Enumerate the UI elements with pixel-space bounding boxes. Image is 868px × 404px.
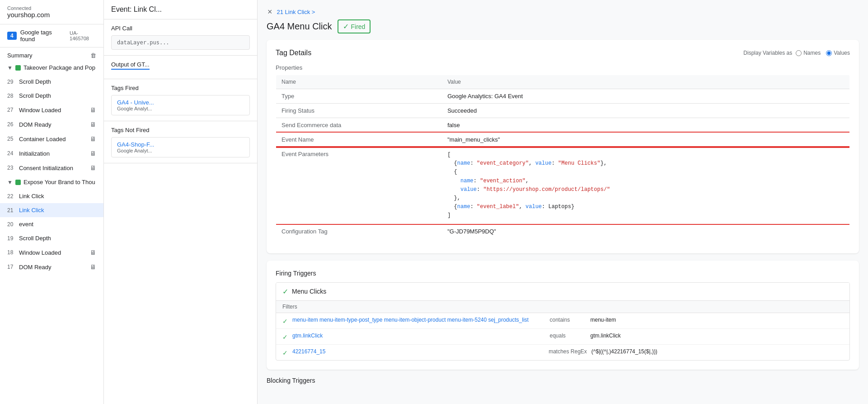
summary-header: Summary 🗑 [0, 48, 103, 61]
section-color-indicator [15, 65, 21, 71]
close-button[interactable]: × [267, 6, 273, 18]
breadcrumb: 21 Link Click > [277, 9, 315, 15]
col-value-header: Value [442, 75, 849, 89]
sidebar-item-29[interactable]: 29 Scroll Depth [0, 75, 103, 89]
tag-item-ga4-unive[interactable]: GA4 - Unive... Google Analyt... [111, 95, 250, 115]
sidebar-item-28[interactable]: 28 Scroll Depth [0, 89, 103, 103]
radio-group: Names Values [796, 50, 850, 56]
tag-type: Google Analyt... [117, 148, 244, 153]
detail-close-bar: × 21 Link Click > [258, 0, 868, 19]
sidebar-item-18[interactable]: 18 Window Loaded 🖥 [0, 245, 103, 260]
trigger-check-icon: ✓ [282, 287, 288, 296]
item-num: 23 [7, 165, 16, 171]
prop-name-config-tag: Configuration Tag [276, 224, 442, 238]
monitor-icon: 🖥 [90, 164, 96, 171]
sidebar-item-23[interactable]: 23 Consent Initialization 🖥 [0, 161, 103, 175]
col-name-header: Name [276, 75, 442, 89]
fired-label: Fired [351, 23, 366, 30]
filter-value-1: menu-item menu-item-type-post_type menu-… [292, 317, 545, 323]
sidebar-item-24[interactable]: 24 Initialization 🖥 [0, 146, 103, 161]
section-color-indicator [15, 180, 21, 185]
item-num: 19 [7, 235, 16, 242]
section-takeover[interactable]: ▼ Takeover Package and Pop [0, 61, 103, 75]
item-label: DOM Ready [19, 121, 87, 128]
table-row-config-tag: Configuration Tag "G-JD79M5P9DQ" [276, 224, 850, 238]
output-section: Output of GT... [104, 56, 257, 79]
api-call-value: dataLayer.pus... [111, 35, 250, 50]
table-row-firing: Firing Status Succeeded [276, 104, 850, 118]
values-radio[interactable] [826, 50, 832, 56]
filter-operator-3: matches RegEx [549, 348, 587, 355]
blocking-triggers-title: Blocking Triggers [258, 377, 868, 384]
tags-found-bar: 4 Google tags found UA-1465708 [0, 24, 103, 48]
filter-row-3: ✓ 42216774_15 matches RegEx (^$|((^|,)42… [276, 345, 849, 360]
sidebar-item-21[interactable]: 21 Link Click [0, 203, 103, 217]
item-num: 27 [7, 107, 16, 113]
tags-not-fired-label: Tags Not Fired [111, 127, 250, 133]
summary-label: Summary [7, 52, 33, 59]
item-num: 24 [7, 150, 16, 157]
sidebar-item-22[interactable]: 22 Link Click [0, 189, 103, 203]
monitor-icon: 🖥 [90, 135, 96, 143]
sidebar-item-26[interactable]: 26 DOM Ready 🖥 [0, 117, 103, 132]
filter-check-icon-2: ✓ [282, 333, 288, 341]
filter-check-icon-1: ✓ [282, 317, 288, 325]
connected-label: Connected [7, 5, 96, 11]
api-call-section: API Call dataLayer.pus... [104, 19, 257, 56]
display-vars-label: Display Variables as [743, 50, 792, 56]
ua-badge: UA-1465708 [70, 30, 96, 41]
values-label: Values [834, 50, 850, 56]
filter-row-2: ✓ gtm.linkClick equals gtm.linkClick [276, 329, 849, 345]
filter-operator-1: contains [550, 317, 586, 323]
trigger-name: Menu Clicks [292, 288, 326, 295]
sidebar: Connected yourshop.com 4 Google tags fou… [0, 0, 104, 404]
item-label: Container Loaded [19, 136, 87, 143]
tags-fired-list: GA4 - Unive... Google Analyt... [111, 95, 250, 115]
filter-match-1: menu-item [591, 317, 844, 323]
item-num: 20 [7, 221, 16, 228]
detail-title: GA4 Menu Click [267, 21, 332, 32]
names-radio-label[interactable]: Names [796, 50, 821, 56]
table-row-event-params: Event Parameters [ {name: "event_categor… [276, 147, 850, 224]
sidebar-item-17[interactable]: 17 DOM Ready 🖥 [0, 260, 103, 274]
sidebar-item-20[interactable]: 20 event [0, 217, 103, 231]
trigger-box: ✓ Menu Clicks Filters ✓ menu-item menu-i… [276, 282, 850, 361]
table-row-event-name: Event Name "main_menu_clicks" [276, 133, 850, 147]
tags-badge: 4 [7, 32, 17, 40]
collapse-arrow-icon: ▼ [7, 179, 13, 185]
firing-triggers-title: Firing Triggers [276, 270, 850, 277]
output-label: Output of GT... [111, 61, 250, 70]
prop-value-firing: Succeeded [442, 104, 849, 118]
item-label: DOM Ready [19, 264, 87, 271]
values-radio-label[interactable]: Values [826, 50, 850, 56]
tag-item-ga4-shop[interactable]: GA4-Shop-F... Google Analyt... [111, 137, 250, 157]
middle-header: Event: Link Cl... [104, 0, 257, 19]
item-label: Link Click [19, 193, 96, 200]
collapse-arrow-icon: ▼ [7, 65, 13, 71]
filters-label: Filters [276, 301, 849, 313]
prop-name-event-name: Event Name [276, 133, 442, 147]
output-underline-label: Output of GT... [111, 61, 150, 70]
prop-value-config-tag: "G-JD79M5P9DQ" [442, 224, 849, 238]
sidebar-item-25[interactable]: 25 Container Loaded 🖥 [0, 132, 103, 146]
section-expose[interactable]: ▼ Expose Your Brand to Thou [0, 175, 103, 189]
item-label: Window Loaded [19, 249, 87, 256]
sidebar-item-27[interactable]: 27 Window Loaded 🖥 [0, 103, 103, 117]
sidebar-item-19[interactable]: 19 Scroll Depth [0, 231, 103, 245]
item-label: Scroll Depth [19, 235, 96, 242]
section-takeover-label: Takeover Package and Pop [23, 64, 96, 71]
detail-panel: × 21 Link Click > GA4 Menu Click ✓ Fired… [258, 0, 868, 404]
monitor-icon: 🖥 [90, 121, 96, 128]
properties-table: Name Value Type Google Analytics: GA4 Ev… [276, 75, 850, 239]
names-radio[interactable] [796, 50, 802, 56]
item-num: 18 [7, 249, 16, 256]
item-num: 28 [7, 93, 16, 99]
prop-name-event-params: Event Parameters [276, 147, 442, 224]
monitor-icon: 🖥 [90, 249, 96, 256]
display-vars: Display Variables as Names Values [743, 50, 850, 56]
prop-value-event-params: [ {name: "event_category", value: "Menu … [442, 147, 849, 224]
item-num: 21 [7, 207, 16, 214]
item-num: 25 [7, 136, 16, 142]
sidebar-header: Connected yourshop.com [0, 0, 103, 24]
trash-icon[interactable]: 🗑 [90, 52, 96, 59]
